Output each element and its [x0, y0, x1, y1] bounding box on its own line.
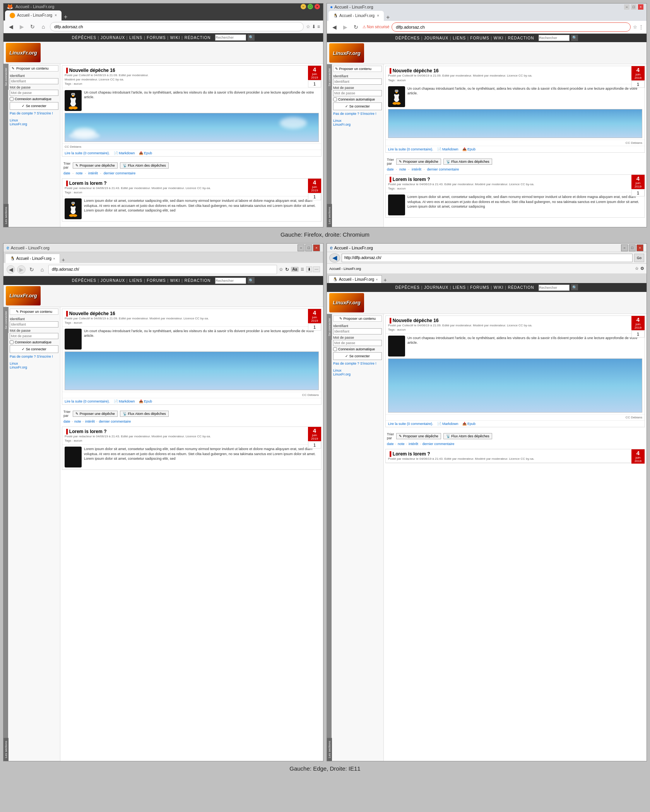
edge-reload[interactable]: ↻	[27, 265, 36, 274]
ie-auto-checkbox[interactable]	[333, 347, 337, 351]
edge-propose-btn[interactable]: ✎ Proposer un contenu	[10, 309, 58, 315]
ie-nav-liens[interactable]: LIENS	[453, 285, 466, 290]
filter-date[interactable]: date	[63, 171, 70, 175]
ie-tab-close[interactable]: ×	[376, 278, 378, 281]
edge-flux-atom[interactable]: 📡 Flux Atom des dépêches	[120, 411, 169, 417]
edge-forward[interactable]: ▶	[17, 265, 26, 274]
ie-f-date[interactable]: date	[387, 442, 394, 446]
ch-password-input[interactable]	[333, 90, 382, 96]
ie-ident-input[interactable]	[333, 328, 382, 334]
nav-liens[interactable]: LIENS	[129, 35, 142, 39]
ch-nav-journaux[interactable]: JOURNAUX	[424, 36, 448, 40]
maximize-button[interactable]: □	[308, 4, 313, 9]
minimize-btn[interactable]: −	[624, 4, 629, 10]
edge-back[interactable]: ◀	[7, 265, 15, 274]
edge-epub[interactable]: 📥 Epub	[139, 399, 152, 403]
ie-minimize[interactable]: −	[621, 244, 628, 251]
nav-forums[interactable]: FORUMS	[147, 35, 166, 39]
linux-link[interactable]: Linux	[10, 118, 58, 122]
edge-nav-forums[interactable]: FORUMS	[147, 278, 166, 283]
reload-btn[interactable]: ↻	[28, 22, 37, 31]
ch-lire-suite[interactable]: Lire la suite (0 commentaire).	[388, 147, 433, 151]
edge-url-input[interactable]	[48, 265, 277, 274]
ie-f-interet[interactable]: intérêt	[409, 442, 418, 446]
nav-wiki[interactable]: WIKI	[170, 35, 180, 39]
ie-connect-btn[interactable]: ✓ Se connecter	[333, 352, 382, 360]
edge-tab-close[interactable]: ×	[53, 257, 55, 261]
flux-atom-btn[interactable]: 📡 Flux Atom des dépêches	[120, 162, 169, 169]
register-link[interactable]: Pas de compte ? S'inscrire !	[10, 111, 53, 115]
edge-nav-depeches[interactable]: DÉPÊCHES	[72, 278, 96, 283]
close-btn[interactable]: ×	[638, 4, 643, 10]
ie-pwd-input[interactable]	[333, 340, 382, 346]
search-input[interactable]	[215, 34, 246, 41]
forward-btn[interactable]: ▶	[17, 22, 26, 31]
ch-search[interactable]	[539, 35, 570, 41]
ie-nav-wiki[interactable]: WIKI	[494, 285, 504, 290]
ch-nav-depeches[interactable]: DÉPÊCHES	[395, 36, 420, 40]
ch-search-btn[interactable]: 🔍	[571, 35, 578, 41]
edge-register[interactable]: Pas de compte ? S'inscrire !	[10, 355, 53, 358]
ie-search-btn[interactable]: 🔍	[571, 284, 578, 290]
ie-nav-forums[interactable]: FORUMS	[470, 285, 489, 290]
ch-forward[interactable]: ▶	[341, 23, 349, 31]
ch-linux-link[interactable]: Linux	[333, 119, 382, 123]
edge-propose-depeche[interactable]: ✎ Proposer une dépêche	[73, 411, 118, 417]
filter-commentaire[interactable]: dernier commentaire	[104, 171, 136, 175]
close-button[interactable]: ×	[315, 4, 320, 9]
edge-close[interactable]: ×	[313, 244, 320, 251]
ch-linuxfr-link[interactable]: LinuxFr.org	[333, 123, 382, 126]
ch-epub[interactable]: 📥 Epub	[462, 147, 476, 151]
ch-identifiant-input[interactable]	[333, 78, 382, 85]
filter-interet[interactable]: intérêt	[88, 171, 98, 175]
edge-nav-wiki[interactable]: WIKI	[170, 278, 180, 283]
chromium-url-input[interactable]	[392, 22, 631, 32]
edge-f-interet[interactable]: intérêt	[85, 420, 95, 423]
ch-nav-forums[interactable]: FORUMS	[470, 36, 489, 40]
ch-filter-note[interactable]: note	[399, 167, 406, 171]
propose-btn[interactable]: Proposer un contenu	[10, 65, 58, 72]
firefox-tab[interactable]: Accueil - LinuxFr.org ×	[5, 10, 62, 20]
edge-nav-redaction[interactable]: RÉDACTION	[185, 278, 211, 283]
ie-close[interactable]: ×	[636, 244, 643, 251]
ie-nav-redaction[interactable]: RÉDACTION	[508, 285, 534, 290]
ie-nav-journaux[interactable]: JOURNAUX	[424, 285, 448, 290]
ie-go-btn[interactable]: Go	[634, 254, 644, 262]
ie-f-comment[interactable]: dernier commentaire	[422, 442, 455, 446]
edge-lire-suite[interactable]: Lire la suite (0 commentaire).	[65, 399, 110, 403]
ch-register-link[interactable]: Pas de compte ? S'inscrire !	[333, 112, 376, 116]
ch-flux-atom[interactable]: 📡 Flux Atom des dépêches	[443, 159, 492, 165]
edge-home[interactable]: ⌂	[38, 265, 46, 274]
ch-propose-depeche[interactable]: ✎ Proposer une dépêche	[396, 159, 441, 165]
edge-search-input[interactable]	[215, 278, 246, 284]
ch-menu-icon[interactable]: ⋮	[639, 24, 643, 30]
edge-linux-link[interactable]: Linux	[10, 362, 58, 365]
edge-tab[interactable]: 🐧 Accueil - LinuxFr.org ×	[5, 254, 60, 263]
edge-ident-input[interactable]	[10, 321, 58, 328]
ie-linux-link[interactable]: Linux	[333, 368, 382, 372]
home-btn[interactable]: ⌂	[39, 22, 48, 31]
edge-connect-btn[interactable]: ✓ Se connecter	[10, 345, 58, 353]
maximize-btn[interactable]: □	[631, 4, 636, 10]
ch-connect-btn[interactable]: ✓ Se connecter	[333, 102, 382, 110]
ch-nav-redaction[interactable]: RÉDACTION	[508, 36, 534, 40]
ch-nav-liens[interactable]: LIENS	[453, 36, 466, 40]
edge-maximize[interactable]: □	[305, 244, 312, 251]
edge-search-btn[interactable]: 🔍	[248, 277, 255, 283]
ie-epub[interactable]: 📥 Epub	[462, 422, 476, 426]
search-btn[interactable]: 🔍	[248, 34, 255, 41]
ch-back[interactable]: ◀	[330, 23, 339, 31]
ie-propose-depeche[interactable]: ✎ Proposer une dépêche	[396, 433, 441, 439]
ch-auto-checkbox[interactable]	[333, 97, 337, 101]
ch-filter-interet[interactable]: intérêt	[412, 167, 421, 171]
auto-connect-checkbox[interactable]	[10, 97, 14, 101]
filter-note[interactable]: note	[76, 171, 83, 175]
linuxfr-link[interactable]: LinuxFr.org	[10, 122, 58, 126]
ie-lire-suite[interactable]: Lire la suite (0 commentaire).	[388, 422, 433, 426]
ch-reload[interactable]: ↻	[352, 23, 360, 31]
ie-search[interactable]	[539, 285, 570, 291]
edge-f-comment[interactable]: dernier commentaire	[99, 420, 131, 423]
ch-markdown[interactable]: 📄 Markdown	[437, 147, 458, 151]
edge-linuxfr-link[interactable]: LinuxFr.org	[10, 365, 58, 369]
url-input[interactable]	[50, 22, 304, 31]
